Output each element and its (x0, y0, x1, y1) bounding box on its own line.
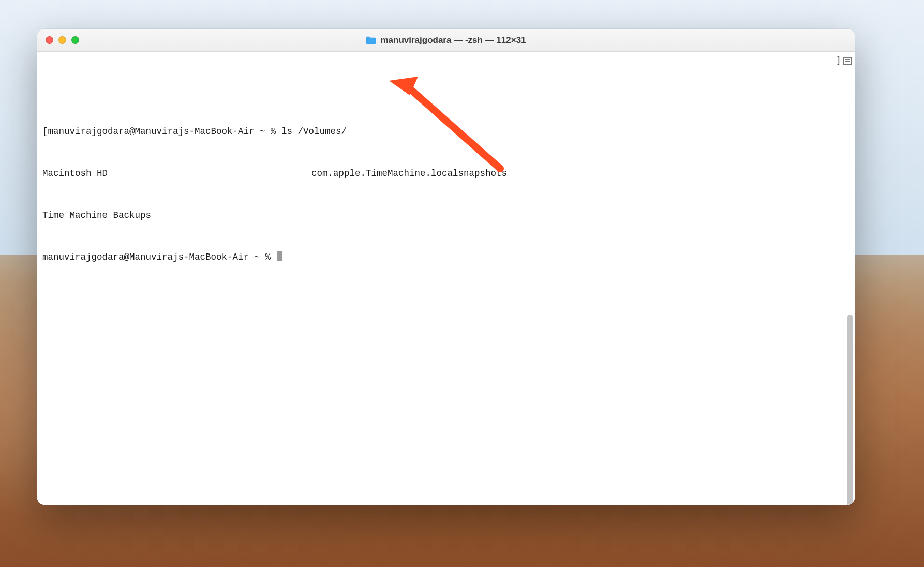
maximize-button[interactable] (71, 36, 79, 44)
ls-output-col2: com.apple.TimeMachine.localsnapshots (311, 167, 850, 181)
bracket-open: [ (42, 126, 48, 137)
titlebar[interactable]: manuvirajgodara — -zsh — 112×31 (37, 29, 855, 52)
scrollbar-thumb[interactable] (847, 315, 853, 505)
terminal-output-row-2: Time Machine Backups (42, 208, 850, 222)
terminal-output-row-1: Macintosh HDcom.apple.TimeMachine.locals… (42, 167, 850, 181)
terminal-line-1: [manuvirajgodara@Manuvirajs-MacBook-Air … (42, 125, 850, 139)
cursor-icon (277, 251, 282, 261)
terminal-line-4: manuvirajgodara@Manuvirajs-MacBook-Air ~… (42, 250, 850, 264)
terminal-body[interactable]: ] [manuvirajgodara@Manuvirajs-MacBook-Ai… (37, 52, 855, 505)
close-button[interactable] (46, 36, 53, 44)
svg-marker-0 (389, 77, 418, 95)
terminal-window[interactable]: manuvirajgodara — -zsh — 112×31 ] [manuv… (37, 29, 855, 505)
scrollbar-track[interactable] (847, 56, 854, 500)
command-text: ls /Volumes/ (281, 126, 347, 137)
prompt-text: manuvirajgodara@Manuvirajs-MacBook-Air ~… (48, 126, 282, 137)
folder-icon (366, 36, 376, 44)
window-title-group: manuvirajgodara — -zsh — 112×31 (37, 35, 855, 46)
traffic-lights (37, 36, 79, 44)
bracket-close-indicator: ] (836, 54, 841, 68)
minimize-button[interactable] (58, 36, 66, 44)
ls-output-col1: Time Machine Backups (42, 210, 151, 220)
prompt-text: manuvirajgodara@Manuvirajs-MacBook-Air ~… (42, 252, 276, 262)
ls-output-col1: Macintosh HD (42, 167, 311, 181)
window-title: manuvirajgodara — -zsh — 112×31 (380, 35, 526, 46)
